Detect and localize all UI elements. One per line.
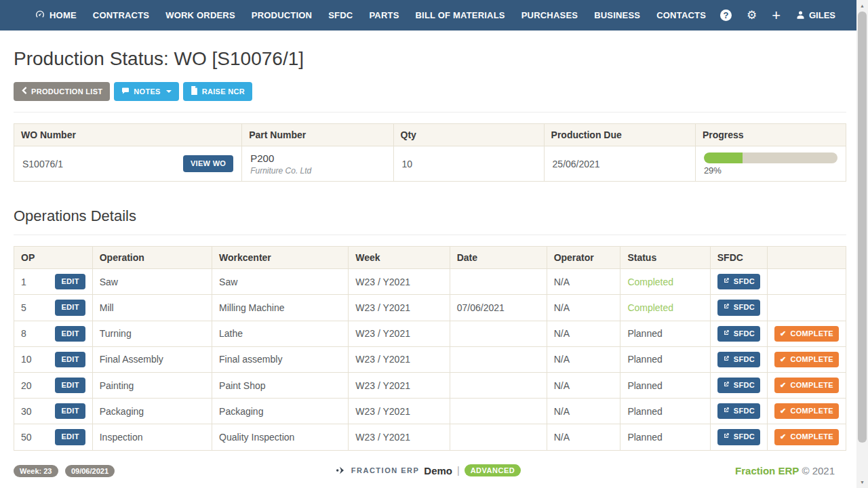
scroll-down-arrow[interactable]: ▼ [856, 476, 868, 488]
operation-row: 8 EDIT Turning Lathe W23 / Y2021 N/A Pla… [14, 321, 846, 346]
workcenter-name: Paint Shop [212, 372, 349, 398]
op-number: 8 [21, 328, 26, 339]
sfdc-button[interactable]: SFDC [717, 274, 760, 289]
top-navbar: HOME CONTRACTS WORK ORDERS PRODUCTION SF… [0, 0, 868, 30]
nav-item-bill-of-materials[interactable]: BILL OF MATERIALS [408, 6, 513, 24]
nav-item-business[interactable]: BUSINESS [587, 6, 648, 24]
nav-item-work-orders[interactable]: WORK ORDERS [158, 6, 243, 24]
sfdc-button[interactable]: SFDC [717, 352, 760, 367]
view-wo-button[interactable]: VIEW WO [183, 155, 233, 172]
nav-item-home[interactable]: HOME [27, 5, 84, 26]
complete-button[interactable]: ✔ COMPLETE [774, 326, 839, 342]
nav-item-contracts[interactable]: CONTRACTS [85, 6, 157, 24]
progress-fill [704, 152, 743, 163]
nav-item-contacts[interactable]: CONTACTS [649, 6, 713, 24]
sfdc-button[interactable]: SFDC [717, 326, 760, 342]
comment-icon [121, 87, 130, 97]
edit-button[interactable]: EDIT [55, 274, 85, 289]
vertical-scrollbar[interactable]: ▲ ▼ [856, 0, 868, 488]
op-number: 50 [21, 432, 32, 443]
sfdc-button[interactable]: SFDC [717, 300, 760, 315]
raise-ncr-button[interactable]: RAISE NCR [183, 82, 252, 101]
nav-item-production[interactable]: PRODUCTION [244, 6, 319, 24]
edit-button[interactable]: EDIT [55, 378, 85, 393]
external-link-icon [723, 303, 730, 312]
operator-value: N/A [547, 269, 620, 295]
workcenter-name: Final assembly [212, 346, 349, 372]
status-value: Completed [620, 269, 710, 295]
week-badge: Week: 23 [14, 465, 58, 477]
date-badge: 09/06/2021 [65, 465, 115, 477]
scroll-up-arrow[interactable]: ▲ [856, 0, 868, 12]
status-value: Planned [620, 372, 710, 398]
operator-value: N/A [547, 424, 620, 450]
operation-name: Inspection [92, 424, 212, 450]
edit-button[interactable]: EDIT [55, 429, 85, 445]
check-icon: ✔ [780, 330, 787, 338]
nav-item-purchases[interactable]: PURCHASES [514, 6, 585, 24]
work-order-row: S10076/1 VIEW WO P200 Furniture Co. Ltd … [14, 146, 846, 182]
operation-name: Mill [92, 295, 212, 321]
status-value: Planned [620, 424, 710, 450]
brand-demo-label: Demo [424, 465, 452, 476]
page-title: Production Status: WO [S10076/1] [14, 48, 846, 70]
col-header-sfdc: SFDC [710, 247, 767, 269]
external-link-icon [723, 355, 730, 364]
operation-row: 30 EDIT Packaging Packaging W23 / Y2021 … [14, 399, 846, 424]
advanced-badge[interactable]: ADVANCED [465, 464, 521, 476]
external-link-icon [723, 329, 730, 338]
op-number: 20 [21, 380, 32, 391]
complete-button[interactable]: ✔ COMPLETE [774, 352, 839, 367]
production-list-button[interactable]: PRODUCTION LIST [14, 82, 110, 101]
op-number: 1 [21, 277, 26, 287]
op-number: 5 [21, 302, 26, 313]
divider [14, 112, 846, 113]
edit-button[interactable]: EDIT [55, 300, 85, 315]
operation-name: Turning [92, 321, 212, 346]
edit-button[interactable]: EDIT [55, 403, 85, 419]
col-header-part-number: Part Number [242, 124, 393, 146]
work-order-summary-table: WO Number Part Number Qty Production Due… [14, 123, 846, 182]
nav-item-sfdc[interactable]: SFDC [321, 6, 360, 24]
complete-button[interactable]: ✔ COMPLETE [774, 403, 839, 419]
sfdc-button[interactable]: SFDC [717, 378, 760, 393]
external-link-icon [723, 407, 730, 415]
progress-percent: 29% [704, 165, 837, 176]
actions-cell [767, 269, 846, 295]
date-value [450, 424, 547, 450]
operator-value: N/A [547, 399, 620, 424]
settings-gear-icon[interactable]: ⚙ [747, 9, 757, 21]
scrollbar-thumb[interactable] [858, 12, 867, 443]
workcenter-name: Lathe [212, 321, 349, 346]
col-header-operation: Operation [92, 247, 212, 269]
sfdc-button[interactable]: SFDC [717, 429, 760, 445]
complete-button[interactable]: ✔ COMPLETE [774, 429, 839, 445]
user-menu[interactable]: GILES [795, 9, 835, 22]
add-plus-icon[interactable]: + [772, 8, 781, 23]
nav-item-parts[interactable]: PARTS [361, 6, 406, 24]
notes-dropdown-button[interactable]: NOTES [114, 82, 178, 101]
week-value: W23 / Y2021 [349, 424, 450, 450]
actions-cell [767, 295, 846, 321]
col-header-operator: Operator [547, 247, 620, 269]
edit-button[interactable]: EDIT [55, 352, 85, 367]
edit-button[interactable]: EDIT [55, 326, 85, 342]
sfdc-button[interactable]: SFDC [717, 403, 760, 419]
chevron-left-icon [21, 87, 27, 96]
week-value: W23 / Y2021 [349, 295, 450, 321]
separator: | [457, 465, 460, 476]
check-icon: ✔ [780, 382, 787, 389]
workcenter-name: Packaging [212, 399, 349, 424]
col-header-wo-number: WO Number [14, 124, 242, 146]
part-number-value: P200 [250, 152, 384, 164]
status-value: Planned [620, 399, 710, 424]
footer: Week: 23 09/06/2021 FRACTION ERP Demo | … [0, 460, 856, 488]
col-header-week: Week [349, 247, 450, 269]
complete-button[interactable]: ✔ COMPLETE [774, 378, 839, 393]
workcenter-name: Milling Machine [212, 295, 349, 321]
operation-row: 1 EDIT Saw Saw W23 / Y2021 N/A Completed… [14, 269, 846, 295]
operator-value: N/A [547, 346, 620, 372]
help-icon[interactable]: ? [720, 9, 732, 21]
check-icon: ✔ [780, 407, 787, 415]
col-header-actions [767, 247, 846, 269]
